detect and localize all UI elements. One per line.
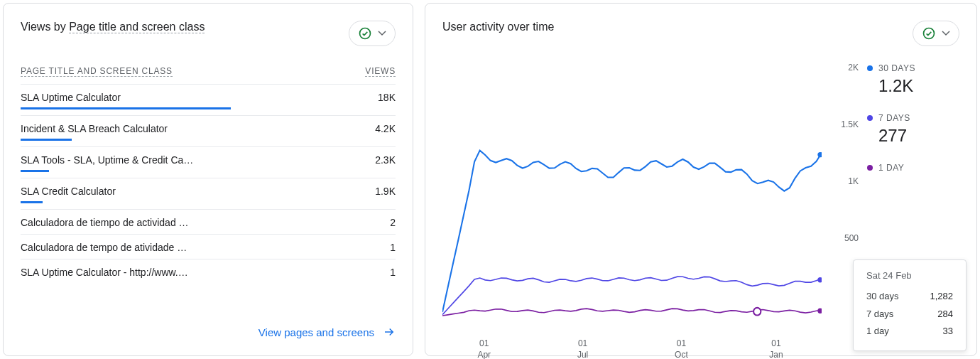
bar-fill: [21, 201, 43, 203]
user-activity-card: User activity over time 01Apr01Jul01Oct0…: [425, 3, 977, 356]
y-tick-label: 500: [844, 233, 859, 243]
row-label: SLA Credit Calculator: [21, 178, 339, 210]
x-tick-label: 01Jul: [577, 338, 588, 359]
tooltip-row: 30 days1,282: [866, 288, 953, 306]
y-tick-label: 1K: [848, 176, 859, 186]
row-label: SLA Uptime Calculator - http://www.…: [21, 259, 339, 284]
x-tick-label: 01Oct: [675, 338, 688, 359]
title-prefix: Views by: [21, 21, 69, 33]
legend-label: 1 DAY: [867, 163, 959, 173]
row-value: 2: [339, 210, 396, 235]
col-dimension-header[interactable]: PAGE TITLE AND SCREEN CLASS: [21, 66, 173, 77]
bar-fill: [21, 107, 231, 109]
tooltip-row: 7 days284: [866, 306, 953, 323]
legend-item: 1 DAY: [867, 163, 959, 173]
row-label: Calculadora de tiempo de actividad …: [21, 210, 339, 235]
footer-link-label: View pages and screens: [258, 326, 374, 338]
x-tick-label: 01Jan: [769, 338, 783, 359]
legend-dot-icon: [867, 65, 873, 71]
tooltip-row: 1 day33: [866, 323, 953, 341]
chart-area: 01Apr01Jul01Oct01Jan 2K1.5K1K5000 30 DAY…: [442, 60, 959, 338]
row-value: 2.3K: [339, 147, 396, 178]
arrow-right-icon: [383, 326, 396, 338]
legend-dot-icon: [867, 115, 873, 121]
chart-series-line: [442, 151, 822, 313]
row-label: Incident & SLA Breach Calculator: [21, 116, 339, 147]
row-value: 4.2K: [339, 116, 396, 147]
row-label: SLA Uptime Calculator: [21, 85, 339, 116]
card-footer: View pages and screens: [21, 314, 396, 338]
chart-tooltip: Sat 24 Feb 30 days1,2827 days2841 day33: [853, 259, 967, 351]
svg-point-1: [924, 28, 935, 39]
card-status-dropdown[interactable]: [349, 21, 396, 46]
row-value: 1.9K: [339, 178, 396, 210]
card-header: Views by Page title and screen class: [21, 21, 396, 46]
chart-series-line: [442, 309, 822, 316]
tooltip-date: Sat 24 Feb: [866, 270, 953, 281]
views-by-page-card: Views by Page title and screen class PAG…: [3, 3, 413, 356]
table-row[interactable]: Calculadora de tempo de atividade …1: [21, 235, 396, 259]
x-tick-label: 01Apr: [477, 338, 491, 359]
bar-track: [21, 170, 339, 172]
bar-track: [21, 139, 339, 141]
view-pages-link[interactable]: View pages and screens: [258, 326, 396, 338]
bar-track: [21, 201, 339, 203]
card-status-dropdown[interactable]: [913, 21, 959, 46]
chart-series-end-dot: [817, 277, 822, 282]
row-label: Calculadora de tempo de atividade …: [21, 235, 339, 259]
check-circle-icon: [358, 26, 372, 41]
bar-fill: [21, 170, 49, 172]
legend-label: 7 DAYS: [867, 113, 959, 123]
table-row[interactable]: SLA Credit Calculator1.9K: [21, 178, 396, 210]
bar-track: [21, 107, 339, 109]
check-circle-icon: [922, 26, 936, 41]
table-row[interactable]: Incident & SLA Breach Calculator4.2K: [21, 116, 396, 147]
activity-line-chart[interactable]: [442, 60, 822, 338]
legend-label: 30 DAYS: [867, 63, 959, 73]
row-value: 1: [339, 259, 396, 284]
y-tick-label: 1.5K: [841, 119, 859, 129]
chart-series-end-dot: [817, 152, 822, 157]
svg-point-0: [360, 28, 371, 39]
table-row[interactable]: SLA Uptime Calculator18K: [21, 85, 396, 116]
title-dimension[interactable]: Page title and screen class: [69, 21, 205, 33]
legend-value: 277: [878, 126, 959, 146]
card-title: Views by Page title and screen class: [21, 21, 205, 33]
table-row[interactable]: SLA Tools - SLA, Uptime & Credit Ca…2.3K: [21, 147, 396, 178]
chart-series-end-dot: [817, 309, 822, 314]
col-metric-header[interactable]: VIEWS: [365, 66, 396, 77]
bar-fill: [21, 139, 72, 141]
row-value: 1: [339, 235, 396, 259]
legend-item: 30 DAYS1.2K: [867, 63, 959, 96]
row-label: SLA Tools - SLA, Uptime & Credit Ca…: [21, 147, 339, 178]
table-row[interactable]: Calculadora de tiempo de actividad …2: [21, 210, 396, 235]
card-header: User activity over time: [442, 21, 959, 46]
caret-down-icon: [378, 31, 386, 36]
views-table: PAGE TITLE AND SCREEN CLASS VIEWS SLA Up…: [21, 60, 396, 284]
legend-item: 7 DAYS277: [867, 113, 959, 146]
row-value: 18K: [339, 85, 396, 116]
card-title: User activity over time: [442, 21, 554, 33]
caret-down-icon: [942, 31, 950, 36]
chart-hover-point: [753, 308, 761, 316]
y-tick-label: 2K: [848, 63, 859, 73]
legend-value: 1.2K: [878, 76, 959, 96]
legend-dot-icon: [867, 165, 873, 171]
chart-container[interactable]: 01Apr01Jul01Oct01Jan: [442, 60, 822, 338]
table-row[interactable]: SLA Uptime Calculator - http://www.…1: [21, 259, 396, 284]
